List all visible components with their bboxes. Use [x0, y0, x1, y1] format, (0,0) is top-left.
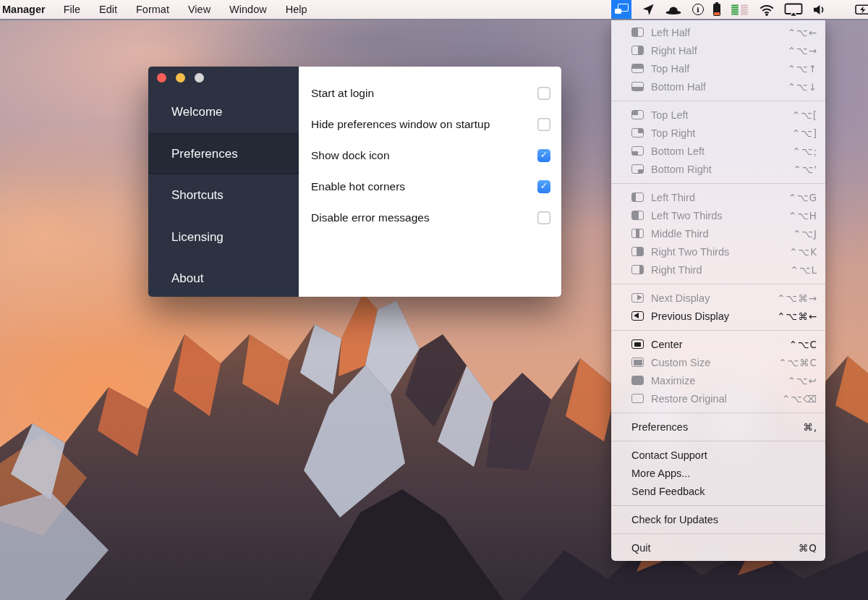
menu-item-restore-original[interactable]: Restore Original⌃⌥⌫ — [611, 389, 825, 407]
top-left-icon — [631, 110, 644, 119]
traffic-lights — [157, 73, 204, 83]
menu-item-middle-third[interactable]: Middle Third⌃⌥J — [611, 224, 825, 242]
left-third-icon — [631, 193, 644, 202]
menu-item-next-display[interactable]: Next Display⌃⌥⌘→ — [611, 289, 825, 307]
menubar-app-menu[interactable]: Manager — [0, 4, 54, 15]
menubar-menu-view[interactable]: View — [179, 0, 220, 19]
menu-item-label: Left Half — [651, 27, 788, 38]
next-display-icon — [631, 293, 644, 303]
menubar-menu-file[interactable]: File — [54, 0, 90, 19]
middle-third-icon — [631, 229, 644, 238]
preferences-content: Start at loginHide preferences window on… — [299, 67, 561, 297]
bottom-half-icon — [631, 82, 644, 91]
menu-item-previous-display[interactable]: Previous Display⌃⌥⌘← — [611, 307, 825, 325]
menu-item-left-two-thirds[interactable]: Left Two Thirds⌃⌥H — [611, 206, 825, 224]
menu-item-check-for-updates[interactable]: Check for Updates — [611, 510, 825, 528]
menu-item-right-two-thirds[interactable]: Right Two Thirds⌃⌥K — [611, 242, 825, 261]
menu-separator — [611, 505, 825, 506]
menu-item-label: Check for Updates — [631, 514, 817, 525]
menu-item-shortcut: ⌃⌥↓ — [788, 81, 817, 93]
menu-item-center[interactable]: Center⌃⌥C — [611, 335, 825, 353]
menu-item-bottom-left[interactable]: Bottom Left⌃⌥; — [611, 142, 825, 160]
checkbox-show-dock-icon[interactable]: ✓ — [537, 149, 550, 162]
menu-item-label: Restore Original — [651, 393, 782, 405]
menu-item-top-half[interactable]: Top Half⌃⌥↑ — [611, 59, 825, 77]
minimize-button-icon[interactable] — [176, 73, 185, 83]
menu-item-shortcut: ⌃⌥← — [788, 27, 817, 38]
option-label: Enable hot corners — [311, 180, 537, 193]
menu-item-shortcut: ⌃⌥⌘← — [777, 310, 817, 322]
menu-item-bottom-right[interactable]: Bottom Right⌃⌥' — [611, 160, 825, 178]
bottom-right-icon — [631, 164, 644, 174]
menu-item-left-half[interactable]: Left Half⌃⌥← — [611, 23, 825, 41]
menu-item-bottom-half[interactable]: Bottom Half⌃⌥↓ — [611, 77, 825, 96]
menu-item-label: Middle Third — [651, 228, 793, 240]
menu-item-right-half[interactable]: Right Half⌃⌥→ — [611, 41, 825, 59]
menu-item-label: Bottom Right — [651, 164, 793, 175]
menu-item-label: Right Half — [651, 45, 788, 56]
menu-item-send-feedback[interactable]: Send Feedback — [611, 482, 825, 500]
menu-item-label: Maximize — [651, 375, 788, 386]
menubar-menu-format[interactable]: Format — [127, 0, 179, 19]
menu-item-quit[interactable]: Quit⌘Q — [611, 538, 825, 557]
battery-charging-icon[interactable] — [855, 0, 868, 19]
menu-item-shortcut: ⌃⌥⌫ — [782, 393, 817, 405]
menu-item-label: Contact Support — [631, 449, 817, 461]
checkbox-start-at-login[interactable] — [537, 87, 550, 100]
zoom-button-icon[interactable] — [195, 73, 204, 83]
wifi-icon[interactable] — [759, 0, 775, 19]
checkbox-disable-error-messages[interactable] — [537, 211, 550, 224]
menubar-menu-help[interactable]: Help — [276, 0, 317, 19]
bottom-left-icon — [631, 146, 644, 156]
checkbox-enable-hot-corners[interactable]: ✓ — [537, 180, 550, 193]
info-icon[interactable] — [692, 0, 704, 19]
menu-item-label: Right Third — [651, 264, 791, 276]
menu-item-shortcut: ⌃⌥C — [789, 339, 817, 350]
menu-item-maximize[interactable]: Maximize⌃⌥↩ — [611, 371, 825, 389]
menu-item-label: Quit — [631, 542, 799, 554]
menu-item-custom-size[interactable]: Custom Size⌃⌥⌘C — [611, 353, 825, 371]
restore-original-icon — [631, 394, 644, 403]
bowler-hat-icon[interactable] — [664, 0, 683, 19]
menu-item-top-right[interactable]: Top Right⌃⌥] — [611, 124, 825, 142]
airplay-icon[interactable] — [784, 0, 803, 19]
location-icon[interactable] — [641, 0, 655, 19]
close-button-icon[interactable] — [157, 73, 166, 83]
menubar-menu-edit[interactable]: Edit — [90, 0, 127, 19]
menu-item-label: Send Feedback — [631, 486, 817, 497]
menubar-menu-window[interactable]: Window — [220, 0, 276, 19]
window-front-icon — [615, 9, 621, 14]
menu-item-label: Top Half — [651, 63, 788, 75]
menu-item-shortcut: ⌃⌥[ — [792, 109, 817, 121]
menubar-status-area — [611, 0, 865, 19]
window-manager-menubar-icon[interactable] — [611, 0, 631, 19]
sidebar-nav: WelcomePreferencesShortcutsLicensingAbou… — [148, 91, 299, 297]
menu-item-shortcut: ⌘Q — [799, 542, 817, 554]
activity-bars-icon[interactable] — [730, 0, 749, 19]
volume-icon[interactable] — [812, 0, 827, 19]
menu-item-preferences[interactable]: Preferences⌘, — [611, 418, 825, 436]
option-label: Start at login — [311, 87, 537, 100]
menu-item-label: Previous Display — [651, 310, 777, 322]
vertical-battery-icon[interactable] — [713, 0, 720, 19]
menu-item-shortcut: ⌃⌥' — [793, 164, 817, 175]
menubar-menu-list: FileEditFormatViewWindowHelp — [54, 0, 317, 19]
menu-separator — [611, 413, 825, 413]
sidebar-item-preferences[interactable]: Preferences — [148, 133, 299, 175]
checkmark-icon: ✓ — [540, 151, 548, 160]
option-label: Hide preferences window on startup — [311, 118, 537, 131]
checkbox-hide-preferences-window-on-startup[interactable] — [537, 118, 550, 131]
sidebar-item-licensing[interactable]: Licensing — [148, 216, 299, 258]
option-row-start-at-login: Start at login — [299, 77, 561, 109]
option-row-show-dock-icon: Show dock icon✓ — [299, 140, 561, 171]
right-third-icon — [631, 265, 644, 274]
menu-item-contact-support[interactable]: Contact Support — [611, 446, 825, 464]
sidebar-item-about[interactable]: About — [148, 258, 299, 297]
menu-item-shortcut: ⌘, — [803, 421, 817, 433]
sidebar-item-welcome[interactable]: Welcome — [148, 91, 299, 133]
menu-item-right-third[interactable]: Right Third⌃⌥L — [611, 261, 825, 279]
menu-item-top-left[interactable]: Top Left⌃⌥[ — [611, 106, 825, 124]
menu-item-left-third[interactable]: Left Third⌃⌥G — [611, 188, 825, 206]
sidebar-item-shortcuts[interactable]: Shortcuts — [148, 174, 299, 216]
menu-item-more-apps[interactable]: More Apps... — [611, 464, 825, 482]
